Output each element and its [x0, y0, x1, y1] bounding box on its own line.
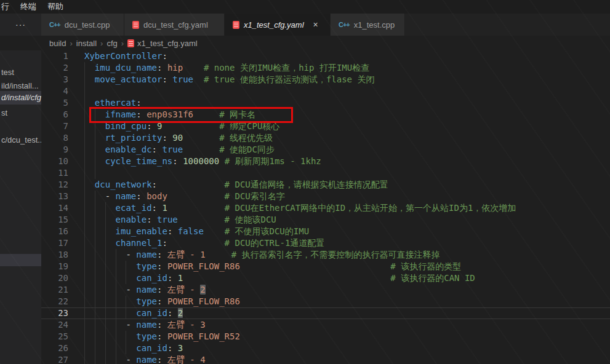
line-number[interactable]: 22 [41, 296, 77, 307]
line-number[interactable]: 8 [41, 132, 77, 144]
code-editor[interactable]: 1XyberController:2 imu_dcu_name: hip # n… [41, 50, 610, 364]
menu-item-行[interactable]: 行 [0, 1, 15, 12]
code-line[interactable]: 23 can_id: 2 [41, 307, 610, 319]
line-number[interactable]: 1 [41, 50, 77, 62]
line-number[interactable]: 20 [41, 272, 77, 284]
code-line[interactable]: 11 [41, 167, 610, 179]
code-line[interactable]: 4 [41, 85, 610, 97]
code-line[interactable]: 27 - name: 左臂 - 4 [41, 354, 610, 364]
tab-dcu_test_cfg.yaml[interactable]: dcu_test_cfg.yaml [124, 14, 225, 36]
code-line[interactable]: 12 dcu_network: # DCU通信网络，请根据实机连接情况配置 [41, 179, 610, 191]
line-number[interactable]: 26 [41, 342, 77, 354]
code-line[interactable]: 14 ecat_id: 1 # DCU在EtherCAT网络中的ID，从主站开始… [41, 202, 610, 214]
sidebar-item[interactable]: st [0, 106, 41, 120]
code-line[interactable]: 24 - name: 左臂 - 3 [41, 319, 610, 331]
line-number[interactable]: 23 [41, 308, 77, 318]
line-number[interactable]: 25 [41, 331, 77, 342]
code-line[interactable]: 21 - name: 左臂 - 2 [41, 284, 610, 296]
tab-x1_test.cpp[interactable]: C++x1_test.cpp [331, 14, 405, 36]
sidebar-item[interactable]: c/dcu_test... [0, 133, 41, 147]
menu-item-终端[interactable]: 终端 [15, 1, 42, 12]
code-line-content[interactable]: type: POWER_FLOW_R86 [77, 296, 610, 307]
line-number[interactable]: 6 [41, 109, 77, 121]
code-line-content[interactable]: move_actuator: true # true 使能执行器运动测试，fla… [77, 74, 610, 85]
code-line-content[interactable]: cycle_time_ns: 1000000 # 刷新周期1ms - 1khz [77, 156, 610, 167]
code-line-content[interactable]: dcu_network: # DCU通信网络，请根据实机连接情况配置 [77, 179, 610, 191]
code-line[interactable]: 3 move_actuator: true # true 使能执行器运动测试，f… [41, 74, 610, 85]
tab-x1_test_cfg.yaml[interactable]: x1_test_cfg.yaml× [225, 14, 331, 36]
code-line-content[interactable]: can_id: 2 [77, 308, 610, 318]
code-line[interactable]: 15 enable: true # 使能该DCU [41, 214, 610, 226]
line-number[interactable]: 9 [41, 144, 77, 156]
line-number[interactable]: 7 [41, 121, 77, 132]
code-line[interactable]: 6 ifname: enp0s31f6 # 网卡名 [41, 109, 610, 121]
code-line-content[interactable]: ecat_id: 1 # DCU在EtherCAT网络中的ID，从主站开始，第一… [77, 202, 610, 214]
code-line-content[interactable]: can_id: 3 [77, 342, 610, 354]
code-line-content[interactable]: enable_dc: true # 使能DC同步 [77, 144, 610, 156]
code-line-content[interactable]: enable: true # 使能该DCU [77, 214, 610, 226]
line-number[interactable]: 15 [41, 214, 77, 226]
code-line-content[interactable]: - name: 左臂 - 2 [77, 284, 610, 296]
code-line-content[interactable]: channel_1: # DCU的CTRL-1通道配置 [77, 237, 610, 249]
code-line[interactable]: 8 rt_priority: 90 # 线程优先级 [41, 132, 610, 144]
code-line[interactable]: 26 can_id: 3 [41, 342, 610, 354]
code-line-content[interactable]: bind_cpu: 9 # 绑定CPU核心 [77, 121, 610, 132]
line-number[interactable]: 21 [41, 284, 77, 296]
code-line-content[interactable]: rt_priority: 90 # 线程优先级 [77, 132, 610, 144]
line-number[interactable]: 12 [41, 179, 77, 191]
breadcrumb-item-install[interactable]: install [76, 39, 97, 48]
code-line-content[interactable]: type: POWER_FLOW_R52 [77, 331, 610, 342]
line-number[interactable]: 24 [41, 319, 77, 331]
breadcrumb-item-build[interactable]: build [49, 39, 66, 48]
line-number[interactable]: 27 [41, 354, 77, 364]
code-token: true [157, 215, 178, 224]
code-line-content[interactable]: - name: 左臂 - 4 [77, 354, 610, 364]
line-number[interactable]: 2 [41, 62, 77, 74]
code-line[interactable]: 19 type: POWER_FLOW_R86 # 该执行器的类型 [41, 261, 610, 272]
code-line-content[interactable]: XyberController: [77, 50, 610, 62]
line-number[interactable]: 10 [41, 156, 77, 167]
code-line[interactable]: 22 type: POWER_FLOW_R86 [41, 296, 610, 307]
code-line-content[interactable] [77, 167, 610, 179]
line-number[interactable]: 18 [41, 249, 77, 261]
code-line-content[interactable]: type: POWER_FLOW_R86 # 该执行器的类型 [77, 261, 610, 272]
code-line-content[interactable]: ifname: enp0s31f6 # 网卡名 [77, 109, 610, 121]
line-number[interactable]: 4 [41, 85, 77, 97]
line-number[interactable]: 5 [41, 97, 77, 109]
sidebar-item[interactable]: test [0, 66, 41, 79]
code-line[interactable]: 20 can_id: 1 # 该执行器的CAN ID [41, 272, 610, 284]
line-number[interactable]: 3 [41, 74, 77, 85]
tab-dcu_test.cpp[interactable]: C++dcu_test.cpp [41, 14, 124, 36]
code-line-content[interactable]: - name: 左臂 - 3 [77, 319, 610, 331]
line-number[interactable]: 17 [41, 237, 77, 249]
line-number[interactable]: 19 [41, 261, 77, 272]
code-line-content[interactable]: imu_dcu_name: hip # none 关闭IMU检查，hip 打开I… [77, 62, 610, 74]
line-number[interactable]: 11 [41, 167, 77, 179]
code-line[interactable]: 2 imu_dcu_name: hip # none 关闭IMU检查，hip 打… [41, 62, 610, 74]
tab-close-icon[interactable]: × [313, 20, 318, 30]
breadcrumb-file[interactable]: x1_test_cfg.yaml [127, 39, 198, 48]
code-line-content[interactable]: - name: body # DCU索引名字 [77, 191, 610, 202]
code-line[interactable]: 25 type: POWER_FLOW_R52 [41, 331, 610, 342]
code-line[interactable]: 16 imu_enable: false # 不使用该DCU的IMU [41, 226, 610, 237]
line-number[interactable]: 14 [41, 202, 77, 214]
code-line[interactable]: 13 - name: body # DCU索引名字 [41, 191, 610, 202]
code-line-content[interactable] [77, 85, 610, 97]
code-line-content[interactable]: ethercat: [77, 97, 610, 109]
code-line[interactable]: 5 ethercat: [41, 97, 610, 109]
code-line[interactable]: 17 channel_1: # DCU的CTRL-1通道配置 [41, 237, 610, 249]
code-line-content[interactable]: can_id: 1 # 该执行器的CAN ID [77, 272, 610, 284]
code-line[interactable]: 9 enable_dc: true # 使能DC同步 [41, 144, 610, 156]
line-number[interactable]: 16 [41, 226, 77, 237]
sidebar-item[interactable]: d/install/cfg [0, 91, 41, 105]
code-line-content[interactable]: imu_enable: false # 不使用该DCU的IMU [77, 226, 610, 237]
line-number[interactable]: 13 [41, 191, 77, 202]
code-line[interactable]: 18 - name: 左臂 - 1 # 执行器索引名字，不需要控制的执行器可直接… [41, 249, 610, 261]
menu-item-帮助[interactable]: 帮助 [42, 1, 69, 12]
code-line[interactable]: 10 cycle_time_ns: 1000000 # 刷新周期1ms - 1k… [41, 156, 610, 167]
code-line[interactable]: 1XyberController: [41, 50, 610, 62]
code-line-content[interactable]: - name: 左臂 - 1 # 执行器索引名字，不需要控制的执行器可直接注释掉 [77, 249, 610, 261]
code-line[interactable]: 7 bind_cpu: 9 # 绑定CPU核心 [41, 121, 610, 132]
tabs-overflow-button[interactable]: ··· [0, 14, 41, 36]
breadcrumb-item-cfg[interactable]: cfg [106, 39, 117, 48]
